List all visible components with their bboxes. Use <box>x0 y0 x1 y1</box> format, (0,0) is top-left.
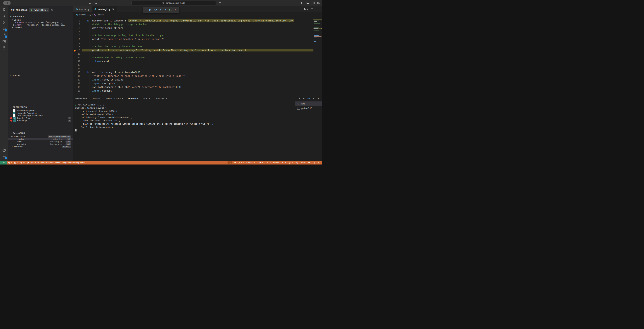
run-python-file-button[interactable] <box>304 8 308 10</box>
continue-icon[interactable] <box>149 8 152 11</box>
breakpoint-file-row[interactable]: handler.py8 <box>8 119 73 122</box>
line-number[interactable]: 16 <box>73 75 82 77</box>
code-line[interactable]: 7 <box>73 41 314 45</box>
debug-session-status[interactable]: Python: Remote Attach to function_two (l… <box>26 161 86 164</box>
panel-tab-comments[interactable]: COMMENTS <box>155 96 167 101</box>
code-line[interactable]: 16 """Utility function to enable debuggi… <box>73 74 314 78</box>
cursor-position-status[interactable]: Ln 9, Col 1 <box>233 161 245 164</box>
breakpoint-toggle-row[interactable]: Uncaught Exceptions <box>8 112 73 114</box>
customize-layout-icon[interactable] <box>317 2 320 4</box>
code-line[interactable]: 4 <box>73 30 314 33</box>
terminal-profile-chevron-icon[interactable] <box>303 97 304 99</box>
disconnect-icon[interactable] <box>174 8 177 11</box>
code-line[interactable]: 19 sys.path.append(glob.glob(".venv/lib/… <box>73 85 314 89</box>
line-number[interactable]: 20 <box>73 89 82 92</box>
code-line[interactable]: 1def handler(event, context):context = L… <box>73 19 314 22</box>
code-line[interactable]: 9 print(event)event = {'message': 'Testi… <box>73 48 314 52</box>
notifications-bell[interactable] <box>317 161 320 164</box>
breakpoints-section-header[interactable]: BREAKPOINTS <box>8 105 73 109</box>
code-line[interactable]: 12 return event <box>73 59 314 63</box>
code-line[interactable]: 8 # Print the incoming invocation event. <box>73 45 314 48</box>
breadcrumb-file[interactable]: handler_2.py <box>79 13 91 16</box>
line-number[interactable]: 5 <box>73 34 82 37</box>
code-line[interactable]: 3 wait_for_debug_client() <box>73 26 314 30</box>
line-number[interactable]: 1 <box>73 19 82 22</box>
debug-config-dropdown[interactable]: Python: Rem <box>29 8 49 12</box>
tab-handler-py[interactable]: handler.py <box>73 6 92 12</box>
tab-handler-2-py[interactable]: handler_2.py ✕ <box>92 6 116 12</box>
line-number[interactable]: 7 <box>73 41 82 44</box>
checkbox[interactable] <box>13 109 16 112</box>
split-editor-icon[interactable] <box>311 8 313 10</box>
line-number[interactable]: 3 <box>73 27 82 29</box>
globals-scope-row[interactable]: Globals <box>8 26 73 29</box>
stack-frame-row[interactable]: mainbootstrap.py60:1 <box>8 140 73 143</box>
panel-tab-debug-console[interactable]: DEBUG CONSOLE <box>105 96 123 101</box>
breadcrumb-symbol[interactable]: handler <box>98 13 104 16</box>
breakpoint-current-statement-icon[interactable] <box>74 49 76 52</box>
line-number[interactable]: 2 <box>73 23 82 26</box>
panel-tab-ports[interactable]: PORTS <box>143 96 150 101</box>
variable-row[interactable]: context= LambdaContext([aws_request_i… <box>8 21 73 24</box>
code-line[interactable]: 6 print("The handler of handler_2.py is … <box>73 37 314 41</box>
command-center-search[interactable]: lambda-debug-mode <box>132 1 216 5</box>
watch-section-header[interactable]: WATCH <box>8 73 73 77</box>
copilot-status[interactable] <box>312 161 317 164</box>
variable-row[interactable]: event= {'message': 'Testing Lambda De… <box>8 24 73 26</box>
source-control-icon[interactable] <box>0 19 8 26</box>
line-number[interactable]: 10 <box>73 52 82 55</box>
panel-more-actions-icon[interactable]: ··· <box>308 97 310 100</box>
editor-more-actions-icon[interactable]: ··· <box>316 8 319 11</box>
toolbar-drag-grip-icon[interactable] <box>145 9 147 11</box>
code-line[interactable]: 20 import debugpy <box>73 89 314 93</box>
line-number[interactable]: 14 <box>73 67 82 70</box>
variables-section-header[interactable]: VARIABLES <box>8 14 73 19</box>
copilot-menu[interactable] <box>219 1 223 5</box>
restart-icon[interactable] <box>169 8 172 11</box>
checkbox[interactable] <box>13 114 16 117</box>
line-number[interactable]: 18 <box>73 82 82 85</box>
line-number[interactable]: 6 <box>73 38 82 40</box>
checkbox[interactable] <box>13 112 16 114</box>
zoom-indicator[interactable] <box>228 161 232 164</box>
indentation-status[interactable]: Spaces: 4 <box>245 161 256 164</box>
toggle-sidebar-icon[interactable] <box>301 2 304 4</box>
forward-button[interactable]: → <box>95 1 97 4</box>
settings-gear-icon[interactable]: 1 <box>0 153 8 160</box>
line-number[interactable]: 13 <box>73 63 82 66</box>
breakpoint-toggle-row[interactable]: Raised Exceptions <box>8 109 73 112</box>
extensions-icon[interactable]: 2 <box>0 32 8 38</box>
code-line[interactable]: 2 # Wait for the debugger to get attache… <box>73 22 314 26</box>
line-number[interactable]: 8 <box>73 45 82 48</box>
thread-row[interactable]: Thread-6PAUSED <box>8 145 73 148</box>
code-line[interactable]: 5 # Print a message to log that this is … <box>73 33 314 37</box>
step-out-icon[interactable] <box>164 8 167 11</box>
line-number[interactable]: 19 <box>73 86 82 88</box>
tab-close-icon[interactable]: ✕ <box>112 8 114 10</box>
back-button[interactable]: ← <box>88 1 91 4</box>
code-line[interactable]: 13 <box>73 63 314 67</box>
search-sidebar-icon[interactable] <box>0 13 8 19</box>
code-line[interactable]: 18 import sys, glob <box>73 81 314 85</box>
run-and-debug-icon[interactable]: 1 <box>0 26 8 32</box>
new-terminal-icon[interactable]: + <box>299 97 300 100</box>
line-number[interactable]: 15 <box>73 71 82 74</box>
step-into-icon[interactable] <box>159 8 162 11</box>
remote-explorer-icon[interactable] <box>0 38 8 45</box>
testing-icon[interactable] <box>0 45 8 51</box>
toggle-panel-icon[interactable] <box>306 2 310 4</box>
problems-status[interactable]: 0 0 <box>7 161 19 164</box>
remote-indicator[interactable]: >< <box>0 161 7 164</box>
breakpoint-toggle-row[interactable]: User Uncaught Exceptions <box>8 114 73 117</box>
maximize-panel-icon[interactable] <box>313 98 314 99</box>
debug-settings-gear-icon[interactable] <box>51 9 54 11</box>
stack-frame-row[interactable]: <module>bootstrap.py63:1 <box>8 143 73 145</box>
code-line[interactable]: 15def wait_for_debug_client(timeout=3600… <box>73 70 314 74</box>
line-number[interactable]: 4 <box>73 30 82 33</box>
line-number[interactable]: 9 <box>73 49 82 51</box>
line-number[interactable]: 11 <box>73 56 82 59</box>
code-line[interactable]: 11 # Return the incoming invocation even… <box>73 56 314 59</box>
code-line[interactable]: 17 import time, threading <box>73 78 314 81</box>
thread-row[interactable]: MainThreadPAUSED ON BREAKPOINT <box>8 135 73 138</box>
checkbox[interactable] <box>14 119 16 122</box>
